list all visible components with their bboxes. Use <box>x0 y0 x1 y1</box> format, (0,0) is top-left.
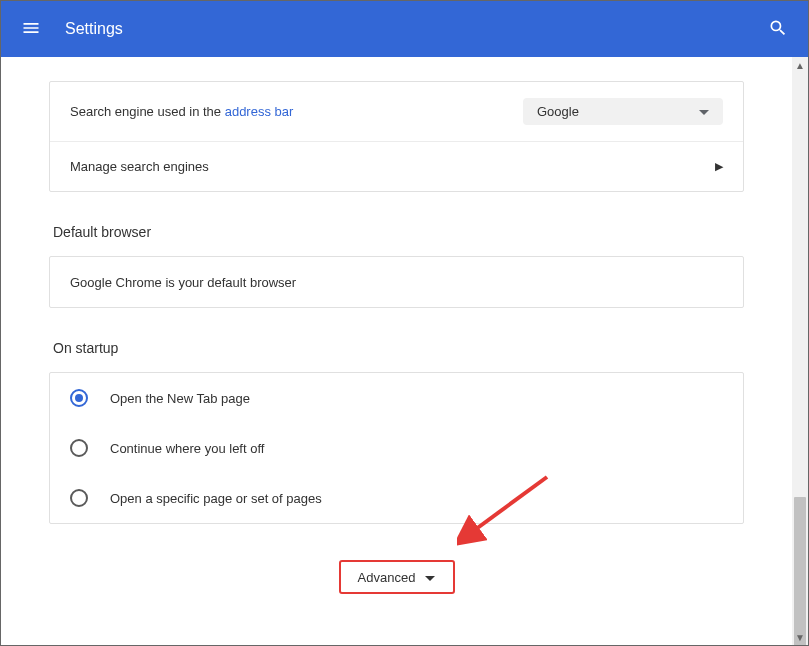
chevron-right-icon: ▶ <box>715 160 723 173</box>
search-engine-card: Search engine used in the address bar Go… <box>49 81 744 192</box>
default-browser-card: Google Chrome is your default browser <box>49 256 744 308</box>
startup-option-label: Open the New Tab page <box>110 391 250 406</box>
on-startup-card: Open the New Tab page Continue where you… <box>49 372 744 524</box>
startup-option-label: Continue where you left off <box>110 441 264 456</box>
on-startup-heading: On startup <box>49 340 744 356</box>
radio-icon[interactable] <box>70 389 88 407</box>
vertical-scrollbar[interactable]: ▲ ▼ <box>792 57 808 645</box>
address-bar-link[interactable]: address bar <box>225 104 294 119</box>
scroll-up-icon[interactable]: ▲ <box>792 57 808 73</box>
default-browser-status: Google Chrome is your default browser <box>70 275 296 290</box>
radio-icon[interactable] <box>70 439 88 457</box>
menu-icon[interactable] <box>21 18 41 41</box>
advanced-section: Advanced <box>49 564 744 591</box>
default-browser-row: Google Chrome is your default browser <box>50 257 743 307</box>
advanced-label: Advanced <box>358 570 416 585</box>
search-engine-row: Search engine used in the address bar Go… <box>50 82 743 141</box>
startup-option-label: Open a specific page or set of pages <box>110 491 322 506</box>
startup-option-new-tab[interactable]: Open the New Tab page <box>50 373 743 423</box>
settings-content: Search engine used in the address bar Go… <box>1 57 792 645</box>
default-browser-heading: Default browser <box>49 224 744 240</box>
manage-search-engines-label: Manage search engines <box>70 159 209 174</box>
search-engine-selected: Google <box>537 104 579 119</box>
scroll-thumb[interactable] <box>794 497 806 646</box>
startup-option-specific[interactable]: Open a specific page or set of pages <box>50 473 743 523</box>
scroll-down-icon[interactable]: ▼ <box>792 629 808 645</box>
caret-down-icon <box>699 104 709 119</box>
search-icon[interactable] <box>768 18 788 41</box>
page-title: Settings <box>65 20 768 38</box>
caret-down-icon <box>425 570 435 585</box>
search-engine-label: Search engine used in the address bar <box>70 104 293 119</box>
radio-icon[interactable] <box>70 489 88 507</box>
settings-header: Settings <box>1 1 808 57</box>
startup-option-continue[interactable]: Continue where you left off <box>50 423 743 473</box>
manage-search-engines-row[interactable]: Manage search engines ▶ <box>50 141 743 191</box>
advanced-toggle[interactable]: Advanced <box>346 564 448 591</box>
search-engine-select[interactable]: Google <box>523 98 723 125</box>
